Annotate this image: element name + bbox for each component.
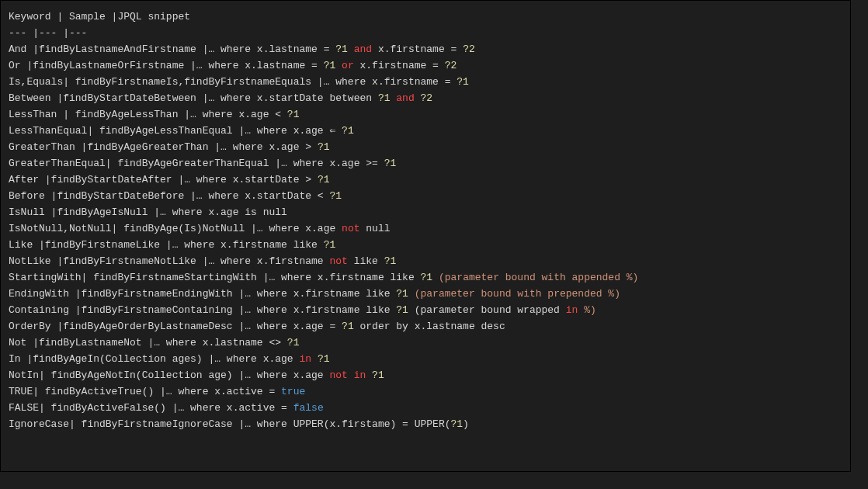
code-line: NotLike |findByFirstnameNotLike |… where… [9, 253, 842, 269]
code-token: ?1 [287, 109, 300, 120]
code-token: ?1 [421, 272, 433, 283]
code-token: ?1 [396, 288, 408, 300]
code-token: ?2 [463, 43, 475, 55]
code-token [311, 353, 318, 365]
code-line: Keyword | Sample |JPQL snippet [9, 9, 842, 25]
code-line: IsNull |findByAgeIsNull |… where x.age i… [9, 204, 842, 220]
code-token: OrderBy |findByAgeOrderByLastnameDesc |…… [9, 321, 342, 332]
code-token: Before |findByStartDateBefore |… where x… [9, 190, 329, 202]
code-token: NotIn| findByAgeNotIn(Collection age) |…… [9, 369, 329, 381]
code-token: Containing |findByFirstnameContaining |…… [9, 304, 396, 316]
code-token: IsNotNull,NotNull| findByAge(Is)NotNull … [9, 223, 342, 234]
code-token: Keyword | Sample |JPQL snippet [9, 11, 190, 23]
code-token: ?1 [451, 418, 464, 430]
code-line: Is,Equals| findByFirstnameIs,findByFirst… [9, 74, 842, 90]
code-line: Containing |findByFirstnameContaining |…… [9, 302, 842, 318]
code-token: FALSE| findByActiveFalse() |… where x.ac… [9, 402, 293, 414]
code-token: in [566, 304, 578, 316]
code-token: in [354, 369, 366, 381]
code-token [348, 43, 354, 55]
code-token: and [396, 92, 414, 104]
code-token: ?1 [324, 60, 336, 71]
code-line: NotIn| findByAgeNotIn(Collection age) |…… [9, 367, 842, 383]
code-token [348, 369, 354, 381]
code-line: EndingWith |findByFirstnameEndingWith |…… [9, 286, 842, 302]
code-token: (parameter bound wrapped [408, 304, 566, 316]
code-token: ?2 [445, 60, 457, 71]
code-token: ?2 [421, 92, 433, 104]
code-token: ) [463, 418, 469, 430]
code-token: In |findByAgeIn(Collection ages) |… wher… [9, 353, 299, 365]
code-token: not [329, 255, 347, 267]
code-token: Between |findByStartDateBetween |… where… [9, 92, 378, 104]
code-line: Between |findByStartDateBetween |… where… [9, 90, 842, 106]
code-token: ?1 [287, 337, 300, 349]
code-token: Not |findByLastnameNot |… where x.lastna… [9, 337, 287, 349]
code-token: like [348, 255, 384, 267]
code-token: and [354, 43, 372, 55]
code-token: GreaterThan |findByAgeGreaterThan |… whe… [9, 141, 318, 153]
code-token: in [299, 353, 311, 365]
code-token [335, 60, 342, 71]
code-token: x.firstname = [354, 60, 445, 71]
code-token: ?1 [318, 353, 330, 365]
code-token: Like |findByFirstnameLike |… where x.fir… [9, 239, 324, 251]
code-token: LessThanEqual| findByAgeLessThanEqual |…… [9, 125, 342, 137]
code-line: IsNotNull,NotNull| findByAge(Is)NotNull … [9, 220, 842, 237]
code-line: GreaterThan |findByAgeGreaterThan |… whe… [9, 139, 842, 155]
code-token: Or |findByLastnameOrFirstname |… where x… [9, 60, 324, 71]
code-token: LessThan | findByAgeLessThan |… where x.… [9, 109, 287, 120]
code-token: ?1 [318, 174, 330, 186]
code-line: StartingWith| findByFirstnameStartingWit… [9, 269, 842, 286]
code-line: Like |findByFirstnameLike |… where x.fir… [9, 237, 842, 253]
code-token: ?1 [384, 255, 397, 267]
code-line: FALSE| findByActiveFalse() |… where x.ac… [9, 400, 842, 416]
code-line: --- |--- |--- [9, 25, 842, 41]
code-token: ?1 [396, 304, 408, 316]
code-line: LessThanEqual| findByAgeLessThanEqual |…… [9, 123, 842, 139]
code-token: --- |--- |--- [9, 27, 87, 39]
code-line: After |findByStartDateAfter |… where x.s… [9, 172, 842, 188]
code-token: IsNull |findByAgeIsNull |… where x.age i… [9, 206, 287, 218]
code-token: TRUE| findByActiveTrue() |… where x.acti… [9, 386, 281, 397]
code-block: Keyword | Sample |JPQL snippet--- |--- |… [0, 0, 851, 472]
code-token: false [293, 402, 324, 414]
code-line: TRUE| findByActiveTrue() |… where x.acti… [9, 383, 842, 400]
code-token: ?1 [372, 369, 384, 381]
code-token: null [359, 223, 390, 234]
code-token: ?1 [384, 158, 397, 169]
code-token: ?1 [318, 141, 330, 153]
code-token: ?1 [324, 239, 336, 251]
code-token: ?1 [342, 125, 354, 137]
code-token: ?1 [335, 43, 348, 55]
code-token: ?1 [378, 92, 391, 104]
code-token: (parameter bound with prepended %) [415, 288, 620, 300]
code-token: IgnoreCase| findByFirstnameIgnoreCase |…… [9, 418, 451, 430]
code-token: x.firstname = [372, 43, 463, 55]
code-token: GreaterThanEqual| findByAgeGreaterThanEq… [9, 158, 384, 169]
code-token: not [329, 369, 347, 381]
code-line: Before |findByStartDateBefore |… where x… [9, 188, 842, 204]
code-token [408, 288, 415, 300]
code-token: not [342, 223, 359, 234]
code-line: OrderBy |findByAgeOrderByLastnameDesc |…… [9, 318, 842, 335]
code-token [366, 369, 372, 381]
code-token [415, 92, 421, 104]
code-token: (parameter bound with appended %) [439, 272, 638, 283]
code-token: And |findByLastnameAndFirstname |… where… [9, 43, 335, 55]
code-line: And |findByLastnameAndFirstname |… where… [9, 41, 842, 57]
code-token [432, 272, 439, 283]
code-token: %) [584, 304, 596, 316]
code-token: StartingWith| findByFirstnameStartingWit… [9, 272, 421, 283]
code-token: order by x.lastname desc [354, 321, 505, 332]
code-token: Is,Equals| findByFirstnameIs,findByFirst… [9, 76, 457, 88]
code-token [578, 304, 584, 316]
code-line: Not |findByLastnameNot |… where x.lastna… [9, 335, 842, 351]
code-token: EndingWith |findByFirstnameEndingWith |…… [9, 288, 396, 300]
code-line: Or |findByLastnameOrFirstname |… where x… [9, 57, 842, 74]
code-line: GreaterThanEqual| findByAgeGreaterThanEq… [9, 155, 842, 172]
code-line: LessThan | findByAgeLessThan |… where x.… [9, 106, 842, 123]
code-token: ?1 [457, 76, 469, 88]
code-token: or [342, 60, 354, 71]
code-token: ?1 [342, 321, 354, 332]
